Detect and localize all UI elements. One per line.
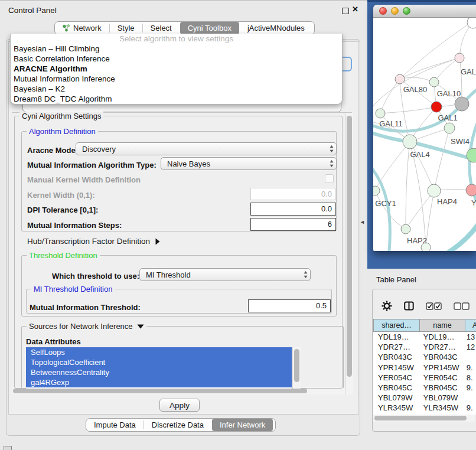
network-node[interactable] [428, 184, 441, 197]
which-threshold-combo[interactable]: MI Threshold [139, 268, 311, 281]
attributes-list-scrollbar[interactable] [292, 347, 301, 389]
table-row[interactable]: YBL079WYBL079W [373, 393, 476, 403]
dock-panel-icon[interactable] [4, 446, 12, 450]
aracne-mode-label: Aracne Mode: [27, 146, 78, 155]
hub-definition-toggle[interactable]: Hub/Transcription Factor Definition [27, 237, 160, 246]
algorithm-option[interactable]: Dream8 DC_TDC Algorithm [11, 94, 342, 104]
panel-top-border [0, 1, 367, 1]
dpi-tolerance-field[interactable]: 0.0 [250, 203, 336, 216]
network-node[interactable] [444, 123, 455, 133]
kernel-width-field[interactable]: 0.0 [250, 188, 336, 200]
table-row[interactable]: YDL19…YDL19…13 [373, 332, 476, 342]
tab-infer-network[interactable]: Infer Network [212, 419, 273, 431]
node-label: Y [471, 198, 476, 207]
network-node[interactable] [376, 109, 385, 118]
select-all-icon[interactable] [426, 302, 442, 310]
table-horizontal-scrollbar[interactable] [373, 415, 475, 422]
algorithm-option[interactable]: Basic Correlation Inference [11, 54, 342, 64]
table-cell: YBR043C [420, 352, 464, 362]
network-node[interactable] [429, 77, 439, 87]
expand-right-icon [155, 238, 160, 245]
network-node[interactable] [403, 135, 417, 149]
node-label: SWI4 [451, 137, 470, 146]
tab-cyni-toolbox[interactable]: Cyni Toolbox [180, 22, 239, 34]
table-cell: YLR345W [420, 403, 464, 413]
table-cell: 12 [464, 342, 476, 352]
table-cell: 13 [464, 332, 476, 342]
mi-algorithm-type-combo[interactable]: Naive Bayes [161, 157, 337, 170]
attribute-list-item[interactable]: SelfLoops [26, 347, 292, 357]
table-cell: YDR27… [373, 342, 420, 352]
mi-threshold-title: MI Threshold Definition [31, 285, 115, 294]
algorithm-option[interactable]: ARACNE Algorithm [11, 64, 342, 74]
table-row[interactable]: YPR145WYPR145W9. [373, 363, 476, 373]
table-row[interactable]: YER054CYER054C8. [373, 373, 476, 383]
column-header-shared-name[interactable]: shared… [373, 319, 420, 332]
network-node[interactable] [395, 74, 405, 84]
network-node[interactable] [467, 148, 476, 162]
table-header-row: shared… name A [373, 319, 476, 332]
column-header-name[interactable]: name [420, 319, 465, 332]
apply-button[interactable]: Apply [159, 399, 200, 412]
network-node[interactable] [373, 186, 380, 195]
tab-jactivemnodules[interactable]: jActiveMNodules [240, 22, 312, 34]
tab-discretize-data[interactable]: Discretize Data [144, 419, 211, 431]
table-cell: YPR145W [373, 363, 420, 373]
table-row[interactable]: YBR043CYBR043C [373, 352, 476, 362]
mi-threshold-field[interactable]: 0.5 [248, 299, 331, 312]
attribute-list-item[interactable]: BetweennessCentrality [26, 367, 292, 377]
manual-kernel-label: Manual Kernel Width Definition [27, 175, 141, 184]
aracne-mode-combo[interactable]: Discovery [76, 142, 337, 155]
algorithm-option[interactable]: Bayesian – K2 [11, 84, 342, 94]
attribute-list-item[interactable]: gal4RGexp [26, 377, 292, 387]
close-icon[interactable]: ✕ [352, 5, 358, 14]
table-cell: YBR043C [373, 352, 420, 362]
close-traffic-light[interactable] [379, 7, 387, 15]
mi-steps-field[interactable]: 6 [250, 218, 336, 231]
network-node[interactable] [455, 53, 464, 63]
tab-style[interactable]: Style [110, 22, 142, 34]
dpi-tolerance-label: DPI Tolerance [0,1]: [27, 206, 98, 214]
sources-toggle[interactable]: Sources for Network Inference [27, 322, 146, 331]
network-canvas[interactable]: GAL GAL80 GAL10 GAL1 GAL11 SWI4 GAL4 GCY… [373, 18, 476, 251]
table-row[interactable]: YLR345WYLR345W9. [373, 403, 476, 413]
algorithm-definition-title: Algorithm Definition [27, 127, 98, 136]
threshold-definition-title: Threshold Definition [27, 251, 100, 260]
node-label: HAP2 [407, 236, 427, 245]
table-cell: YDR27… [420, 342, 464, 352]
network-node[interactable] [466, 184, 476, 196]
table-row[interactable]: YBR045CYBR045C9. [373, 383, 476, 393]
network-node[interactable] [455, 97, 469, 111]
deselect-all-icon[interactable] [454, 302, 470, 310]
panel-resize-handle[interactable]: ◄ [360, 219, 365, 225]
table-toolbar [373, 297, 476, 315]
table-cell: YDL19… [420, 332, 464, 342]
network-window-titlebar[interactable] [373, 5, 476, 18]
show-columns-icon[interactable] [404, 301, 414, 311]
algorithm-option[interactable]: Mutual Information Inference [11, 74, 342, 84]
tab-select[interactable]: Select [143, 22, 180, 34]
table-row[interactable]: YDR27…YDR27…12 [373, 342, 476, 352]
algorithm-option[interactable]: Bayesian – Hill Climbing [11, 44, 342, 54]
table-cell: YLR345W [373, 403, 420, 413]
mi-steps-label: Mutual Information Steps: [27, 221, 122, 230]
gear-icon[interactable] [382, 301, 392, 311]
network-graph: GAL GAL80 GAL10 GAL1 GAL11 SWI4 GAL4 GCY… [373, 18, 476, 251]
control-panel-tabbar: Network Style Select Cyni Toolbox jActiv… [54, 21, 315, 35]
manual-kernel-checkbox[interactable] [325, 174, 334, 183]
table-cell: 8. [464, 373, 476, 383]
network-node[interactable] [467, 18, 476, 28]
tab-network[interactable]: Network [55, 22, 109, 34]
dropdown-placeholder: Select algorithm to view settings [11, 34, 342, 44]
network-node-selected[interactable] [431, 102, 442, 112]
zoom-traffic-light[interactable] [403, 7, 410, 15]
minimize-traffic-light[interactable] [391, 7, 399, 15]
combo-spinner-icon [327, 158, 336, 169]
node-label: GAL1 [438, 113, 457, 122]
network-node[interactable] [401, 224, 410, 234]
float-window-icon[interactable] [342, 8, 349, 14]
tab-impute-data[interactable]: Impute Data [86, 419, 144, 431]
settings-vertical-scrollbar[interactable] [345, 113, 353, 394]
attribute-list-item[interactable]: TopologicalCoefficient [26, 357, 292, 367]
column-header-partial[interactable]: A [465, 319, 476, 332]
